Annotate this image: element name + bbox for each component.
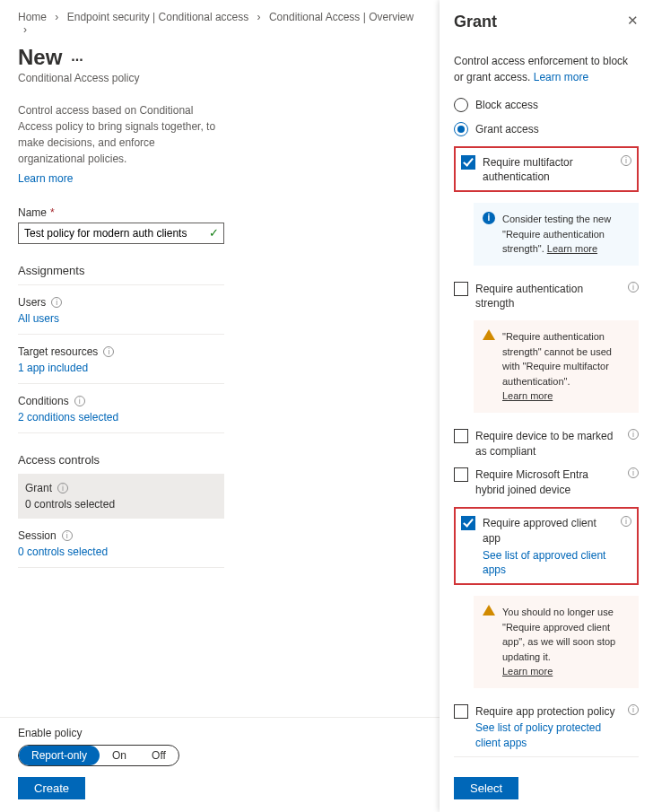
require-mfa-label: Require multifactor authentication <box>483 155 612 186</box>
callout-auth-strength-info: i Consider testing the new "Require auth… <box>474 203 639 266</box>
target-resources-label: Target resources i <box>18 345 224 358</box>
info-icon[interactable]: i <box>57 483 68 493</box>
callout-approved-app-warn: You should no longer use "Require approv… <box>474 596 639 688</box>
session-label: Session i <box>18 529 224 542</box>
enable-policy-label: Enable policy <box>18 727 422 739</box>
assignments-heading: Assignments <box>18 264 224 285</box>
access-controls-heading: Access controls <box>18 453 224 475</box>
info-icon: i <box>483 212 495 224</box>
close-icon[interactable]: ✕ <box>627 13 639 29</box>
create-button[interactable]: Create <box>18 777 85 799</box>
callout-learn-more-link[interactable]: Learn more <box>502 390 553 401</box>
require-hybrid-label: Require Microsoft Entra hybrid joined de… <box>475 467 619 498</box>
target-resources-value-link[interactable]: 1 app included <box>18 362 88 374</box>
chevron-right-icon: › <box>257 11 261 23</box>
info-icon[interactable]: i <box>62 530 73 541</box>
info-icon[interactable]: i <box>74 396 85 406</box>
require-hybrid-checkbox[interactable] <box>454 467 468 482</box>
users-label: Users i <box>18 296 224 309</box>
breadcrumb-home[interactable]: Home <box>18 11 47 23</box>
callout-learn-more-link[interactable]: Learn more <box>502 666 553 677</box>
require-auth-strength-label: Require authentication strength <box>475 282 619 312</box>
panel-title: Grant <box>454 13 497 31</box>
require-auth-strength-checkbox[interactable] <box>454 282 468 296</box>
name-input[interactable] <box>18 223 224 244</box>
grant-access-label: Grant access <box>475 122 639 137</box>
require-compliant-checkbox[interactable] <box>454 429 468 443</box>
block-access-radio[interactable] <box>454 98 468 112</box>
intro-learn-more-link[interactable]: Learn more <box>18 170 73 187</box>
info-icon[interactable]: i <box>628 467 639 478</box>
select-button[interactable]: Select <box>454 777 518 799</box>
info-icon[interactable]: i <box>103 346 114 357</box>
panel-description: Control access enforcement to block or g… <box>454 53 639 85</box>
info-icon[interactable]: i <box>621 155 631 166</box>
protected-apps-list-link[interactable]: See list of policy protected client apps <box>475 720 619 751</box>
require-compliant-label: Require device to be marked as compliant <box>475 429 619 459</box>
conditions-label: Conditions i <box>18 395 224 407</box>
info-icon[interactable]: i <box>51 297 62 308</box>
breadcrumb-endpoint-security[interactable]: Endpoint security | Conditional access <box>67 11 249 23</box>
grant-value: 0 controls selected <box>25 498 217 511</box>
intro-text: Control access based on Conditional Acce… <box>18 102 224 187</box>
chevron-right-icon: › <box>55 11 58 23</box>
enable-policy-toggle[interactable]: Report-only On Off <box>18 745 179 766</box>
conditions-value-link[interactable]: 2 conditions selected <box>18 411 118 423</box>
callout-auth-strength-warn: "Require authentication strength" cannot… <box>474 320 639 413</box>
info-icon[interactable]: i <box>628 429 639 440</box>
info-icon[interactable]: i <box>628 282 639 292</box>
chevron-right-icon: › <box>23 23 27 36</box>
approved-apps-list-link[interactable]: See list of approved client apps <box>483 548 612 579</box>
toggle-report-only[interactable]: Report-only <box>19 746 100 765</box>
require-approved-app-checkbox[interactable] <box>461 516 475 530</box>
info-icon[interactable]: i <box>621 516 631 527</box>
grant-panel: Grant ✕ Control access enforcement to bl… <box>440 0 653 812</box>
require-approved-app-label: Require approved client app See list of … <box>483 516 612 578</box>
callout-learn-more-link[interactable]: Learn more <box>547 243 597 254</box>
info-icon[interactable]: i <box>628 704 639 715</box>
warning-icon <box>483 605 495 616</box>
require-mfa-checkbox[interactable] <box>461 155 475 170</box>
require-app-protection-checkbox[interactable] <box>454 704 468 719</box>
page-title: New··· <box>18 45 422 70</box>
highlight-approved-app: Require approved client app See list of … <box>454 507 639 585</box>
validated-check-icon: ✓ <box>209 226 219 240</box>
name-field-label: Name * <box>18 206 224 219</box>
more-menu-icon[interactable]: ··· <box>71 52 83 67</box>
page-subtitle: Conditional Access policy <box>18 72 422 84</box>
breadcrumb-conditional-access[interactable]: Conditional Access | Overview <box>269 11 414 23</box>
toggle-on[interactable]: On <box>100 746 139 765</box>
warning-icon <box>483 329 495 340</box>
grant-access-radio[interactable] <box>454 122 468 136</box>
panel-learn-more-link[interactable]: Learn more <box>534 71 588 83</box>
block-access-label: Block access <box>475 98 639 113</box>
breadcrumb: Home › Endpoint security | Conditional a… <box>18 11 422 36</box>
users-value-link[interactable]: All users <box>18 312 59 325</box>
session-value-link[interactable]: 0 controls selected <box>18 546 108 558</box>
highlight-mfa: Require multifactor authentication i <box>454 146 639 193</box>
require-app-protection-label: Require app protection policy See list o… <box>475 704 619 751</box>
grant-row-selected[interactable]: Grant i 0 controls selected <box>18 475 224 519</box>
toggle-off[interactable]: Off <box>139 746 178 765</box>
